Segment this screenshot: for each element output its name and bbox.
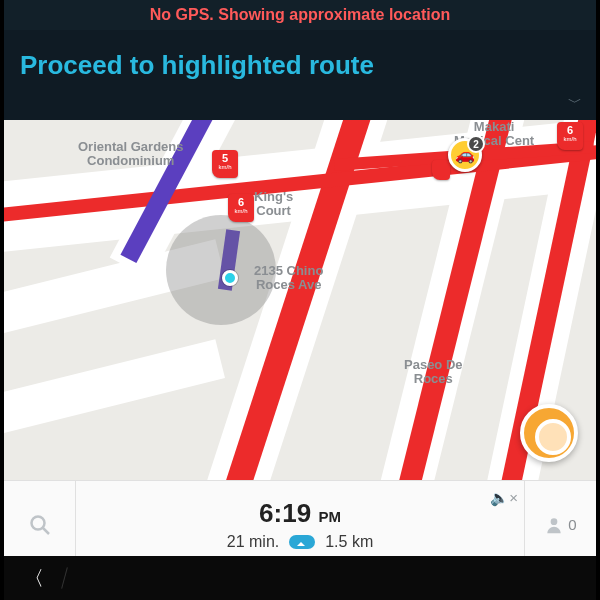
person-icon [544, 515, 564, 535]
hazard-count-badge: 2 [467, 135, 485, 153]
svg-point-0 [31, 516, 44, 529]
instruction-header[interactable]: Proceed to highlighted route ﹀ [4, 30, 596, 120]
instruction-text: Proceed to highlighted route [20, 50, 580, 81]
map-canvas[interactable]: Oriental Gardens Condominium King's Cour… [4, 120, 596, 480]
bottom-bar: 🔈× 6:19 PM 21 min. 1.5 km 0 [4, 480, 596, 568]
speed-marker[interactable]: 6km/h [557, 122, 583, 150]
eta-distance: 1.5 km [325, 533, 373, 551]
eta-minutes: 21 min. [227, 533, 279, 551]
hazard-report-icon[interactable]: 2 [448, 138, 482, 172]
search-button[interactable] [4, 481, 76, 568]
friends-count: 0 [568, 516, 576, 533]
poi-oriental-gardens: Oriental Gardens Condominium [78, 140, 183, 169]
friends-button[interactable]: 0 [524, 481, 596, 568]
poi-paseo: Paseo De Roces [404, 358, 463, 387]
sound-muted-icon[interactable]: 🔈× [490, 489, 518, 507]
back-button[interactable]: 〈 [24, 565, 44, 592]
chevron-down-icon[interactable]: ﹀ [568, 94, 582, 112]
arrival-time: 6:19 PM [259, 498, 341, 529]
speed-marker[interactable]: 5km/h [212, 150, 238, 178]
system-nav-bar: 〈 [4, 556, 596, 600]
svg-line-1 [43, 528, 49, 534]
eta-panel[interactable]: 🔈× 6:19 PM 21 min. 1.5 km [76, 481, 524, 568]
svg-point-2 [551, 518, 558, 525]
cloud-icon [289, 535, 315, 549]
recenter-button[interactable] [520, 404, 578, 462]
poi-kings-court: King's Court [254, 190, 293, 219]
divider [61, 567, 68, 589]
speed-marker[interactable]: 6km/h [228, 194, 254, 222]
gps-alert-banner: No GPS. Showing approximate location [4, 0, 596, 30]
search-icon [28, 513, 52, 537]
speed-marker[interactable] [432, 160, 450, 180]
poi-chino-roces: 2135 Chino Roces Ave [254, 264, 323, 293]
current-location-dot [222, 270, 238, 286]
